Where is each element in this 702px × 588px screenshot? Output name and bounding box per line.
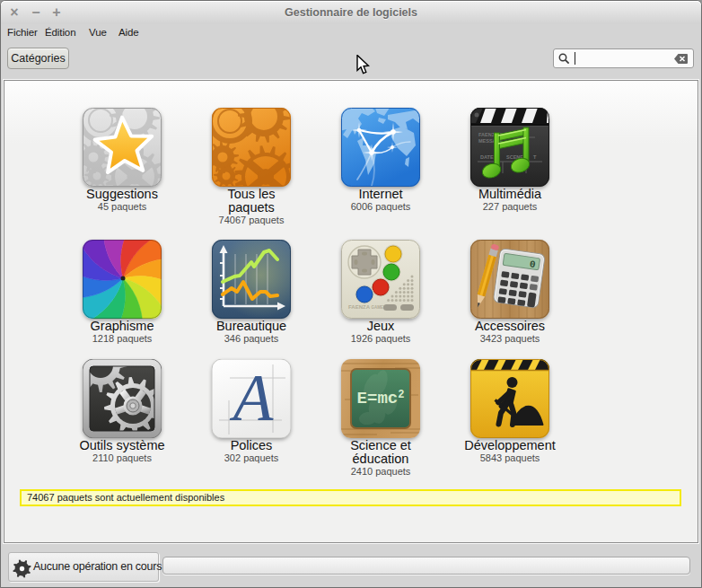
svg-text:A: A <box>230 362 274 434</box>
svg-text:FAENZA GAMES: FAENZA GAMES <box>348 304 386 310</box>
svg-text:E=mc2: E=mc2 <box>357 389 405 408</box>
svg-text:DATE: DATE <box>480 154 494 160</box>
